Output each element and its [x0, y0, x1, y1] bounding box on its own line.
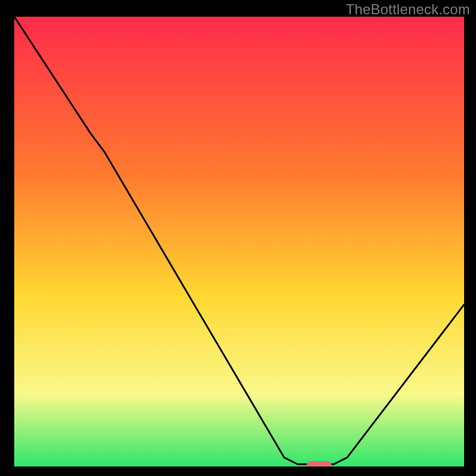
gradient-background [14, 17, 464, 466]
optimal-marker [306, 461, 331, 466]
chart-svg [14, 17, 464, 466]
chart-plot-area [14, 17, 464, 466]
chart-frame: TheBottleneck.com [0, 0, 476, 476]
watermark-text: TheBottleneck.com [346, 1, 470, 18]
